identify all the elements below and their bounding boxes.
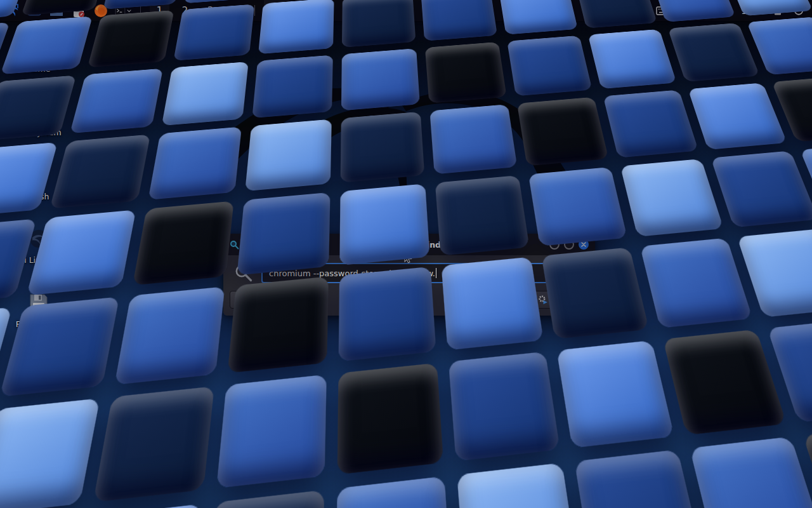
lock-icon	[772, 5, 783, 17]
chevron-down-icon[interactable]	[127, 8, 131, 13]
preferences-button[interactable]: Preferences	[230, 291, 306, 309]
trash-icon	[26, 163, 51, 188]
kali-docs-icon	[26, 226, 51, 251]
application-finder-icon	[230, 240, 239, 250]
launch-button[interactable]: Launch	[531, 291, 589, 309]
search-row: chromium --password-store=basic www.	[229, 261, 589, 288]
status-indicator-icon	[720, 5, 731, 17]
history-dropdown-button[interactable]	[573, 269, 582, 278]
window-title: Application Finder	[223, 240, 595, 250]
desktop-icon-home[interactable]: Home	[11, 35, 66, 74]
volume-tray-button[interactable]	[678, 5, 690, 17]
clock[interactable]: 1:45	[741, 5, 763, 17]
keyboard-tray-button[interactable]	[656, 6, 669, 15]
button-row: Preferences Launch	[229, 288, 589, 309]
logout-button[interactable]	[793, 5, 804, 17]
preferences-label: Preferences	[251, 295, 299, 305]
file-manager-icon	[49, 3, 64, 18]
lock-screen-button[interactable]	[772, 5, 783, 17]
workspace-button-3[interactable]: 3	[200, 0, 220, 21]
workspace-label: 2	[182, 5, 188, 17]
volume-icon	[678, 5, 690, 17]
terminal-launcher[interactable]	[115, 3, 131, 19]
workspace-label: 3	[207, 5, 214, 17]
keyboard-icon	[656, 6, 669, 15]
desktop-icon-label: Floppy Disk	[16, 320, 62, 329]
workspace-label: 4	[233, 5, 239, 17]
panel-left-group: 1 2 3 4	[0, 0, 289, 21]
text-caret	[436, 268, 436, 278]
search-icon	[234, 264, 253, 283]
update-status-tray-button[interactable]	[720, 5, 731, 17]
kali-menu-button[interactable]	[4, 3, 20, 19]
kali-logo-icon	[4, 3, 20, 18]
bell-icon	[699, 5, 710, 17]
application-finder-task-icon	[270, 4, 283, 17]
maximize-button[interactable]	[564, 239, 574, 250]
text-editor-icon	[71, 3, 86, 18]
workspace-button-1[interactable]: 1	[150, 0, 169, 21]
audio-graph-widget[interactable]	[597, 4, 646, 18]
terminal-icon	[115, 3, 126, 18]
window-icon-slot	[230, 240, 239, 250]
launch-label: Launch	[552, 295, 582, 305]
window-launcher[interactable]	[26, 3, 43, 19]
taskbar-application-finder-button[interactable]	[264, 0, 289, 21]
desktop-icon-kali-docs[interactable]: Kali Linux a...	[11, 226, 66, 265]
close-icon	[581, 242, 586, 247]
search-input-value: chromium --password-store=basic www.	[269, 269, 435, 278]
close-button[interactable]	[579, 239, 589, 250]
floppy-disk-icon	[26, 290, 51, 316]
workspace-button-4[interactable]: 4	[226, 0, 246, 21]
search-input[interactable]: chromium --password-store=basic www.	[261, 263, 588, 283]
window-controls	[549, 239, 589, 250]
desktop-icon-label: Trash	[28, 192, 49, 201]
desktop-icon-trash[interactable]: Trash	[11, 163, 66, 201]
notifications-tray-button[interactable]	[699, 5, 710, 17]
minimize-button[interactable]	[549, 239, 560, 250]
firefox-icon	[93, 3, 108, 18]
desktop-icon-list: Home File System Trash Kali Linux a...	[11, 35, 66, 329]
desktop-icon-floppy[interactable]: Floppy Disk	[11, 290, 66, 329]
text-editor-launcher[interactable]	[70, 3, 87, 19]
finder-body: chromium --password-store=basic www. Pre…	[223, 255, 595, 316]
titlebar[interactable]: Application Finder	[223, 234, 595, 255]
gear-icon	[237, 295, 247, 305]
window-icon	[27, 3, 42, 18]
top-panel: 1 2 3 4	[0, 0, 812, 21]
workspace-label: 1	[157, 5, 163, 17]
desktop-icon-label: Kali Linux a...	[12, 256, 65, 265]
power-icon	[793, 5, 804, 17]
workspace-button-2[interactable]: 2	[175, 0, 195, 21]
application-finder-window: Application Finder chromium --password-s…	[223, 234, 595, 316]
panel-right-group: 1:45	[597, 0, 812, 21]
launch-icon	[538, 295, 548, 305]
desktop-icon-file-system[interactable]: File System	[11, 98, 66, 137]
desktop-icon-label: File System	[16, 128, 62, 137]
waveform-icon	[597, 4, 646, 18]
home-icon	[26, 35, 51, 60]
file-system-icon	[26, 98, 51, 124]
panel-separator	[140, 5, 141, 16]
file-manager-launcher[interactable]	[48, 3, 65, 19]
arrow-down-icon	[573, 269, 582, 278]
firefox-launcher[interactable]	[93, 3, 109, 19]
desktop-icon-label: Home	[27, 65, 51, 74]
panel-separator	[254, 5, 255, 16]
